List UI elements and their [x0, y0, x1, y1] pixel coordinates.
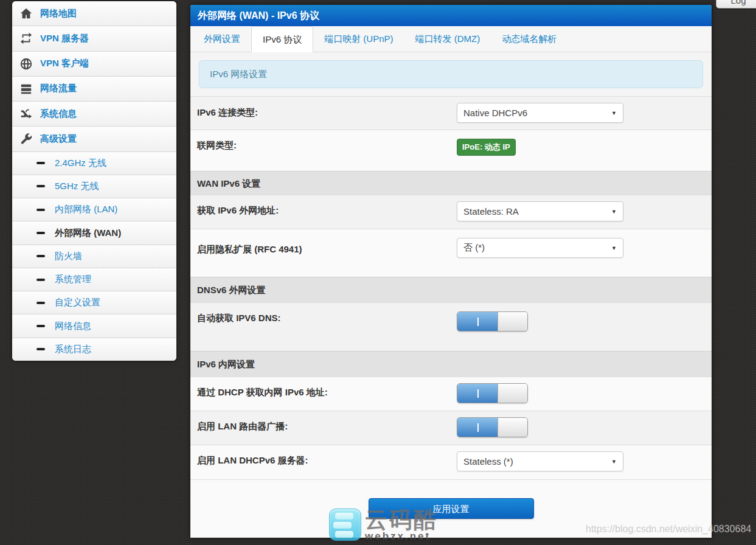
sidebar-item-label: VPN 服务器	[40, 33, 89, 44]
sidebar-item-system-log[interactable]: 系统日志	[12, 338, 176, 361]
connection-type-select[interactable]: Native DHCPv6 ▼	[457, 103, 623, 123]
repeat-icon	[19, 32, 33, 45]
field-label: 通过 DHCP 获取内网 IPv6 地址:	[197, 387, 328, 398]
dash-icon	[36, 279, 45, 281]
sidebar-item-system-info[interactable]: 系统信息	[12, 102, 176, 127]
sidebar-item-wan[interactable]: 外部网络 (WAN)	[12, 221, 176, 245]
lan-dhcpv6-select[interactable]: Stateless (*) ▼	[457, 451, 623, 471]
tab-wan-settings[interactable]: 外网设置	[193, 26, 251, 52]
router-adv-toggle[interactable]	[457, 417, 528, 437]
row-lan-dhcpv6: 启用 LAN DHCPv6 服务器: Stateless (*) ▼	[190, 445, 712, 479]
sidebar-item-custom-settings[interactable]: 自定义设置	[12, 291, 176, 314]
apply-settings-button[interactable]: 应用设置	[369, 498, 534, 519]
sidebar-item-label: 系统日志	[55, 344, 91, 355]
main-panel: 外部网络 (WAN) - IPv6 协议 外网设置 IPv6 协议 端口映射 (…	[190, 5, 712, 538]
chevron-down-icon: ▼	[611, 110, 617, 116]
toggle-on-half	[457, 312, 499, 331]
row-dhcp-lan: 通过 DHCP 获取内网 IPv6 地址:	[190, 377, 712, 411]
row-router-adv: 启用 LAN 路由器广播:	[190, 411, 712, 445]
tab-bar: 外网设置 IPv6 协议 端口映射 (UPnP) 端口转发 (DMZ) 动态域名…	[190, 26, 712, 52]
traffic-icon	[19, 82, 33, 95]
sidebar-item-traffic[interactable]: 网络流量	[12, 77, 176, 102]
sidebar-item-label: 网络流量	[40, 83, 77, 94]
dhcp-lan-toggle[interactable]	[457, 383, 528, 403]
dash-icon	[36, 209, 45, 211]
select-value: Native DHCPv6	[463, 108, 527, 118]
sidebar-item-label: VPN 客户端	[40, 58, 89, 69]
sidebar: 网络地图 VPN 服务器 VPN 客户端 网络流量 系统信息 高级设置 2.4G…	[12, 1, 176, 361]
toggle-on-half	[457, 418, 499, 437]
privacy-extensions-select[interactable]: 否 (*) ▼	[457, 238, 623, 258]
sidebar-item-vpn-server[interactable]: VPN 服务器	[12, 26, 176, 51]
field-label: 启用 LAN DHCPv6 服务器:	[197, 455, 308, 467]
row-auto-dns: 自动获取 IPV6 DNS:	[190, 302, 712, 351]
row-wan-address: 获取 IPv6 外网地址: Stateless: RA ▼	[190, 195, 712, 229]
chevron-down-icon: ▼	[611, 209, 617, 215]
field-label: 启用 LAN 路由器广播:	[197, 421, 288, 432]
row-privacy-extensions: 启用隐私扩展 (RFC 4941) 否 (*) ▼	[190, 229, 712, 277]
row-wan-type: 联网类型: IPoE: 动态 IP	[190, 130, 712, 171]
wan-type-badge: IPoE: 动态 IP	[457, 139, 516, 156]
tab-dmz[interactable]: 端口转发 (DMZ)	[404, 26, 491, 52]
auto-dns-toggle[interactable]	[457, 311, 528, 332]
toggle-i-mark	[477, 423, 479, 432]
sidebar-item-label: 自定义设置	[55, 297, 100, 308]
sidebar-item-label: 2.4GHz 无线	[55, 158, 106, 169]
field-label: 联网类型:	[197, 140, 237, 151]
chevron-down-icon: ▼	[611, 459, 617, 465]
wan-address-select[interactable]: Stateless: RA ▼	[457, 201, 623, 221]
shuffle-icon	[19, 107, 33, 120]
tab-ddns[interactable]: 动态域名解析	[491, 26, 567, 52]
sidebar-item-firewall[interactable]: 防火墙	[12, 245, 176, 268]
sidebar-item-label: 网络信息	[55, 321, 91, 332]
sidebar-item-label: 高级设置	[40, 133, 77, 145]
dash-icon	[36, 302, 45, 304]
dash-icon	[36, 325, 45, 327]
select-value: Stateless (*)	[463, 456, 513, 467]
toggle-knob	[498, 384, 527, 403]
dash-icon	[36, 162, 45, 164]
dash-icon	[36, 348, 45, 350]
field-label: 启用隐私扩展 (RFC 4941)	[197, 244, 302, 255]
sidebar-item-2-4ghz[interactable]: 2.4GHz 无线	[12, 152, 176, 175]
sidebar-item-label: 网络地图	[40, 8, 77, 19]
globe-icon	[19, 57, 33, 71]
select-value: 否 (*)	[463, 242, 485, 254]
sidebar-item-5ghz[interactable]: 5GHz 无线	[12, 175, 176, 198]
dash-icon	[36, 185, 45, 187]
field-label: IPv6 连接类型:	[197, 107, 258, 119]
section-ipv6-lan: IPv6 内网设置	[190, 351, 712, 377]
sidebar-item-label: 外部网络 (WAN)	[55, 227, 121, 239]
sidebar-item-network-map[interactable]: 网络地图	[12, 1, 176, 26]
field-label: 自动获取 IPV6 DNS:	[197, 313, 281, 324]
sidebar-item-label: 5GHz 无线	[55, 181, 99, 192]
sidebar-item-lan[interactable]: 内部网络 (LAN)	[12, 198, 176, 221]
sidebar-item-label: 内部网络 (LAN)	[55, 204, 117, 215]
sidebar-item-advanced[interactable]: 高级设置	[12, 127, 176, 151]
toggle-knob	[498, 312, 527, 331]
tab-ipv6[interactable]: IPv6 协议	[251, 26, 313, 52]
toggle-on-half	[457, 384, 499, 403]
row-connection-type: IPv6 连接类型: Native DHCPv6 ▼	[190, 96, 712, 130]
chevron-down-icon: ▼	[611, 245, 617, 251]
sidebar-item-system-admin[interactable]: 系统管理	[12, 268, 176, 291]
log-button[interactable]: Log	[716, 0, 756, 9]
sidebar-item-label: 系统管理	[55, 274, 91, 285]
select-value: Stateless: RA	[463, 206, 519, 217]
sidebar-item-network-info[interactable]: 网络信息	[12, 314, 176, 338]
section-wan-ipv6: WAN IPv6 设置	[190, 171, 712, 195]
sidebar-item-vpn-client[interactable]: VPN 客户端	[12, 52, 176, 77]
dash-icon	[36, 255, 45, 257]
sidebar-item-label: 系统信息	[40, 108, 77, 120]
tab-upnp[interactable]: 端口映射 (UPnP)	[313, 26, 404, 52]
page-title: 外部网络 (WAN) - IPv6 协议	[190, 5, 712, 26]
toggle-knob	[498, 418, 527, 437]
toggle-i-mark	[477, 318, 479, 326]
dash-icon	[36, 232, 45, 234]
info-banner: IPv6 网络设置	[199, 60, 703, 88]
field-label: 获取 IPv6 外网地址:	[197, 205, 279, 217]
form-footer: 应用设置	[190, 479, 712, 538]
section-dnsv6: DNSv6 外网设置	[190, 277, 712, 302]
wrench-icon	[19, 132, 33, 145]
toggle-i-mark	[477, 389, 479, 398]
